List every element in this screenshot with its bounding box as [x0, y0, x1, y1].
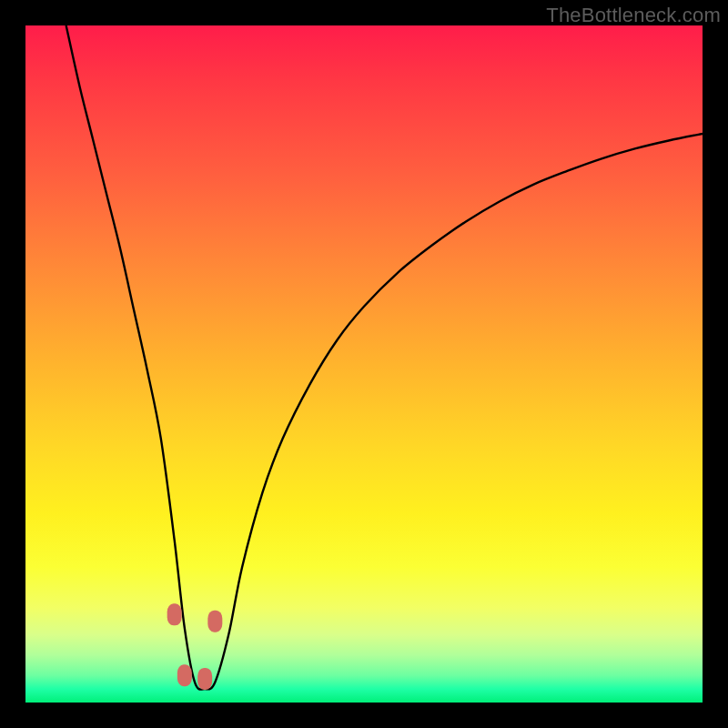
plot-area [25, 25, 703, 703]
chart-frame: TheBottleneck.com [0, 0, 728, 728]
curve-svg [25, 25, 703, 703]
curve-marker [177, 664, 192, 686]
watermark-text: TheBottleneck.com [546, 4, 721, 27]
curve-marker [197, 668, 212, 690]
curve-marker [207, 611, 222, 632]
bottleneck-curve [66, 25, 703, 690]
curve-markers [167, 603, 223, 690]
curve-marker [167, 603, 182, 625]
